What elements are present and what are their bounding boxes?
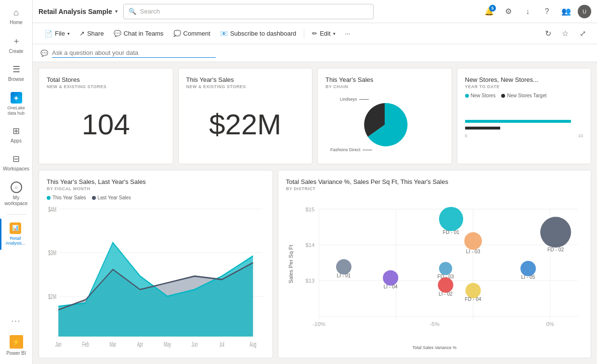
svg-text:$4M: $4M xyxy=(48,205,56,213)
svg-point-47 xyxy=(520,261,536,276)
favorite-button[interactable]: ☆ xyxy=(558,27,572,40)
notifications-button[interactable]: 🔔 5 xyxy=(481,4,497,19)
bar-new-stores xyxy=(465,120,571,123)
sidebar-item-apps[interactable]: ⊞ Apps xyxy=(2,122,31,148)
file-icon: 📄 xyxy=(44,30,52,38)
svg-text:LI - 01: LI - 01 xyxy=(337,273,350,278)
svg-text:-10%: -10% xyxy=(312,321,325,327)
my-workspace-icon: ○ xyxy=(11,182,22,193)
pie-chart: Lindseys Fashions Direct xyxy=(325,93,444,156)
share-button[interactable]: ↗ Share xyxy=(76,27,108,39)
scatter-x-title: Total Sales Variance % xyxy=(286,345,583,350)
legend-last-year: Last Year Sales xyxy=(92,195,131,200)
people-icon: 👥 xyxy=(561,7,571,16)
browse-icon: ☰ xyxy=(13,64,20,75)
refresh-button[interactable]: ↻ xyxy=(541,27,555,40)
pie-label-lindseys: Lindseys xyxy=(340,97,369,102)
area-chart-legend: This Year Sales Last Year Sales xyxy=(47,195,265,200)
help-button[interactable]: ? xyxy=(539,4,555,19)
svg-point-31 xyxy=(439,207,463,231)
edit-chevron: ▾ xyxy=(333,31,336,36)
search-bar[interactable]: 🔍 Search xyxy=(123,4,374,19)
help-icon: ? xyxy=(545,7,549,16)
dashboard: Total Stores NEW & EXISTING STORES 104 T… xyxy=(33,62,597,364)
svg-point-45 xyxy=(465,283,480,298)
sidebar-item-onelake[interactable]: ◈ OneLake data hub xyxy=(2,88,31,120)
create-icon: ＋ xyxy=(12,35,21,47)
share-people-button[interactable]: 👥 xyxy=(558,4,574,19)
retail-analysis-icon: 📊 xyxy=(10,222,21,234)
fullscreen-icon: ⤢ xyxy=(580,29,586,38)
bar-row-1 xyxy=(465,119,584,123)
active-indicator xyxy=(0,219,1,250)
toolbar-right-actions: ↻ ☆ ⤢ xyxy=(541,27,589,40)
user-avatar[interactable]: U xyxy=(578,5,591,18)
svg-text:LI - 02: LI - 02 xyxy=(439,291,453,297)
topbar-title: Retail Analysis Sample ▾ xyxy=(39,8,117,15)
sidebar-item-create[interactable]: ＋ Create xyxy=(2,31,31,58)
title-chevron[interactable]: ▾ xyxy=(115,9,117,14)
cards-row: Total Stores NEW & EXISTING STORES 104 T… xyxy=(39,68,591,164)
topbar: Retail Analysis Sample ▾ 🔍 Search 🔔 5 ⚙ … xyxy=(33,0,597,23)
sidebar-item-more[interactable]: ··· xyxy=(2,313,31,329)
download-button[interactable]: ↓ xyxy=(520,4,535,19)
home-icon: ⌂ xyxy=(13,8,19,18)
scatter-svg: $15 $14 $13 -10% -5% 0% Sales Per Sq Ft xyxy=(286,195,583,344)
apps-icon: ⊞ xyxy=(13,126,20,136)
bar-target xyxy=(465,127,501,130)
legend-target: New Stores Target xyxy=(501,93,546,98)
this-year-dot xyxy=(47,196,51,200)
edit-button[interactable]: ✏ Edit ▾ xyxy=(308,27,339,39)
toolbar-separator xyxy=(304,29,304,39)
file-chevron: ▾ xyxy=(67,31,70,36)
refresh-icon: ↻ xyxy=(545,29,551,38)
more-dots-icon: ··· xyxy=(345,30,350,37)
search-icon: 🔍 xyxy=(129,8,136,15)
scatter-chart-container: $15 $14 $13 -10% -5% 0% Sales Per Sq Ft xyxy=(286,195,583,344)
workspaces-icon: ⊟ xyxy=(13,154,20,164)
svg-text:Aug: Aug xyxy=(249,341,256,348)
sidebar-item-my-workspace[interactable]: ○ My workspace xyxy=(2,178,31,210)
total-stores-card[interactable]: Total Stores NEW & EXISTING STORES 104 xyxy=(39,68,173,164)
teams-icon: 💬 xyxy=(114,30,121,37)
new-stores-dot xyxy=(465,94,469,98)
svg-point-39 xyxy=(439,262,452,275)
more-button[interactable]: ··· xyxy=(341,27,354,39)
bottom-row: This Year's Sales, Last Year's Sales BY … xyxy=(39,170,591,358)
settings-button[interactable]: ⚙ xyxy=(501,4,516,19)
file-button[interactable]: 📄 File ▾ xyxy=(40,27,74,40)
onelake-icon: ◈ xyxy=(11,92,22,104)
svg-text:FD - 04: FD - 04 xyxy=(465,297,481,302)
qa-icon: 💬 xyxy=(40,50,48,57)
chat-teams-button[interactable]: 💬 Chat in Teams xyxy=(110,27,168,39)
toolbar: 📄 File ▾ ↗ Share 💬 Chat in Teams 💭 Comme… xyxy=(33,23,597,44)
sidebar-item-retail-analysis[interactable]: 📊 Retail Analysis... xyxy=(0,219,29,250)
scatter-chart-card[interactable]: Total Sales Variance %, Sales Per Sq Ft,… xyxy=(278,170,591,358)
qa-input[interactable] xyxy=(52,48,216,58)
svg-text:FD - 01: FD - 01 xyxy=(443,230,460,235)
sidebar-item-home[interactable]: ⌂ Home xyxy=(2,4,31,29)
sidebar-item-browse[interactable]: ☰ Browse xyxy=(2,60,31,86)
sales-by-chain-card[interactable]: This Year's Sales BY CHAIN Lindseys xyxy=(317,68,452,164)
this-year-sales-card[interactable]: This Year's Sales NEW & EXISTING STORES … xyxy=(178,68,313,164)
last-year-dot xyxy=(92,196,96,200)
new-stores-legend: New Stores New Stores Target xyxy=(465,93,584,98)
sidebar-item-powerbi[interactable]: ⚡ Power BI xyxy=(2,331,31,360)
svg-text:$13: $13 xyxy=(305,278,314,284)
pie-svg xyxy=(356,98,414,151)
sidebar-item-workspaces[interactable]: ⊟ Workspaces xyxy=(2,150,31,176)
new-stores-card[interactable]: New Stores, New Stores... YEAR TO DATE N… xyxy=(457,68,592,164)
subscribe-button[interactable]: 📧 Subscribe to dashboard xyxy=(216,27,300,39)
svg-text:LI - 03: LI - 03 xyxy=(466,249,480,254)
area-chart-card[interactable]: This Year's Sales, Last Year's Sales BY … xyxy=(39,170,273,358)
svg-text:Jan: Jan xyxy=(55,341,62,348)
fullscreen-button[interactable]: ⤢ xyxy=(576,27,589,40)
svg-text:$3M: $3M xyxy=(48,249,56,257)
main-content: Retail Analysis Sample ▾ 🔍 Search 🔔 5 ⚙ … xyxy=(33,0,597,364)
svg-point-37 xyxy=(336,259,351,274)
comment-button[interactable]: 💭 Comment xyxy=(169,27,214,39)
new-stores-bar-chart: 0 10 xyxy=(465,100,584,156)
svg-text:LI - 05: LI - 05 xyxy=(521,274,535,280)
svg-text:-5%: -5% xyxy=(429,321,439,327)
svg-text:Sales Per Sq Ft: Sales Per Sq Ft xyxy=(287,245,293,284)
